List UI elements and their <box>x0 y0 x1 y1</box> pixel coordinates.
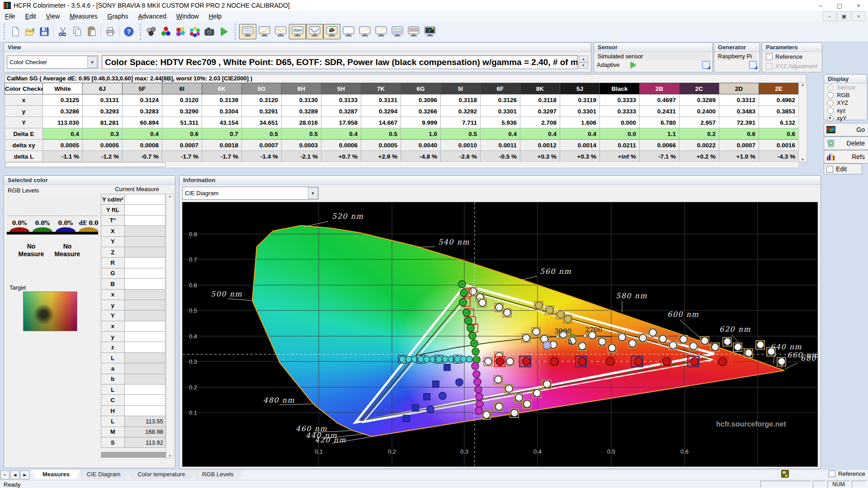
cell[interactable]: 0.3130 <box>282 94 321 106</box>
edit-checkbox[interactable] <box>826 166 833 173</box>
mdi-close-icon[interactable]: × <box>852 11 865 21</box>
cell[interactable]: 0.2400 <box>679 106 719 117</box>
cell[interactable]: -1.2 % <box>83 151 123 162</box>
tab-cie-diagram[interactable]: CIE Diagram <box>76 470 131 479</box>
cell[interactable]: 0.3294 <box>361 106 401 117</box>
cell[interactable]: 81.281 <box>83 117 123 128</box>
info-spinner[interactable]: ▲▼ <box>579 56 588 69</box>
menu-view[interactable]: View <box>41 11 65 22</box>
cell[interactable]: 0.3289 <box>679 94 719 106</box>
paste-button[interactable] <box>85 24 99 39</box>
cell[interactable]: 1.0 <box>401 128 441 140</box>
cell[interactable]: 0.0005 <box>361 140 401 151</box>
tab-next-icon[interactable]: ▶ <box>20 470 29 479</box>
cell[interactable]: 0.6 <box>759 128 799 140</box>
sensor-run-icon[interactable] <box>631 62 636 68</box>
cell[interactable]: 0.0211 <box>600 140 640 151</box>
delete-button[interactable]: Delete <box>824 136 868 150</box>
cell[interactable]: 14.667 <box>361 117 401 128</box>
cell[interactable]: 0.3304 <box>202 106 242 117</box>
cell[interactable]: 0.4697 <box>640 94 679 106</box>
mdi-restore-icon[interactable]: ▣ <box>837 11 851 21</box>
cell[interactable]: 1.1 <box>640 128 679 140</box>
cell[interactable]: 5.936 <box>481 117 520 128</box>
cell[interactable]: 0.3286 <box>43 106 83 117</box>
cell[interactable]: 72.391 <box>719 117 759 128</box>
radio-button[interactable] <box>827 92 834 99</box>
cell[interactable]: 17.958 <box>321 117 361 128</box>
cell[interactable]: -1.4 % <box>242 151 282 162</box>
reference-checkbox[interactable] <box>829 470 835 477</box>
display-option-xyy[interactable]: xyY <box>824 114 867 122</box>
cell[interactable]: 0.3118 <box>520 94 560 106</box>
view-rgb-button[interactable] <box>289 24 306 39</box>
cell[interactable]: 2.708 <box>520 117 560 128</box>
menu-advanced[interactable]: Advanced <box>133 11 171 22</box>
new-button[interactable] <box>8 24 23 39</box>
cell[interactable]: 0.0 <box>600 128 640 140</box>
display-option-rgb[interactable]: RGB <box>824 91 867 99</box>
cell[interactable]: 0.3125 <box>43 94 83 106</box>
cell[interactable]: 0.0014 <box>560 140 600 151</box>
cell[interactable]: 0.0040 <box>401 140 441 151</box>
cell[interactable]: -2.1 % <box>282 151 321 162</box>
cell[interactable]: -4.8 % <box>401 151 441 162</box>
cell[interactable]: 0.0003 <box>282 140 321 151</box>
radio-button[interactable] <box>827 115 834 122</box>
cell[interactable]: 0.3333 <box>600 94 640 106</box>
cell[interactable]: 2.957 <box>679 117 719 128</box>
view-stripes-button[interactable] <box>389 24 406 39</box>
cell[interactable]: 0.3853 <box>759 106 799 117</box>
cell[interactable]: 0.5 <box>282 128 321 140</box>
cell[interactable]: 0.3120 <box>162 94 202 106</box>
cell[interactable]: +1.0 % <box>719 151 759 162</box>
cell[interactable]: 0.3297 <box>520 106 560 117</box>
cell[interactable]: 6.780 <box>640 117 679 128</box>
cell[interactable]: -2.6 % <box>441 151 481 162</box>
cell[interactable]: 0.3333 <box>600 106 640 117</box>
cell[interactable]: 0.0010 <box>441 140 481 151</box>
cell[interactable]: 51.311 <box>162 117 202 128</box>
go-button[interactable]: Go <box>824 123 868 136</box>
copy-button[interactable] <box>70 24 85 39</box>
cell[interactable]: 7.711 <box>441 117 481 128</box>
cell[interactable]: 0.3287 <box>321 106 361 117</box>
cell[interactable]: 0.4 <box>520 128 560 140</box>
cell[interactable]: 0.3292 <box>441 106 481 117</box>
cell[interactable]: -0.5 % <box>481 151 520 162</box>
cell[interactable]: 0.0012 <box>520 140 560 151</box>
menu-graphs[interactable]: Graphs <box>103 11 133 22</box>
cell[interactable]: 0.4 <box>321 128 361 140</box>
table-vertical-scrollbar[interactable]: ▲▼ <box>798 82 807 162</box>
cell[interactable]: 0.4 <box>43 128 83 140</box>
tab-measures[interactable]: Measures <box>32 470 80 479</box>
cell[interactable]: 0.3120 <box>242 94 282 106</box>
cell[interactable]: 1.606 <box>560 117 600 128</box>
cell[interactable]: 113.030 <box>43 117 83 128</box>
menu-window[interactable]: Window <box>171 11 204 22</box>
cell[interactable]: 0.3139 <box>202 94 242 106</box>
cell[interactable]: 0.3118 <box>441 94 481 106</box>
tab-prev-icon[interactable]: ◀ <box>10 470 19 479</box>
cell[interactable]: -0.7 % <box>123 151 162 162</box>
cell[interactable]: 0.3124 <box>123 94 162 106</box>
cell[interactable]: 0.4962 <box>759 94 799 106</box>
menu-edit[interactable]: Edit <box>20 11 41 22</box>
print-button[interactable] <box>103 24 118 39</box>
cell[interactable]: -1.7 % <box>202 151 242 162</box>
cell[interactable]: 0.3301 <box>481 106 520 117</box>
cell[interactable]: -1.1 % <box>43 151 83 162</box>
cell[interactable]: 28.016 <box>282 117 321 128</box>
cell[interactable]: 34.651 <box>242 117 282 128</box>
view-curve3-button[interactable] <box>373 24 389 39</box>
cell[interactable]: 0.4 <box>481 128 520 140</box>
cell[interactable]: 0.0007 <box>162 140 202 151</box>
chevron-down-icon[interactable]: ▼ <box>87 56 97 68</box>
rgb-balls-button[interactable] <box>159 24 173 39</box>
maximize-icon[interactable]: ▢ <box>830 0 849 11</box>
cell[interactable]: 0.4 <box>560 128 600 140</box>
display-option-xyz[interactable]: XYZ <box>824 99 867 107</box>
sensor-balls-button[interactable] <box>144 24 159 39</box>
cell[interactable]: 0.3133 <box>321 94 361 106</box>
cell[interactable]: 0.0016 <box>759 140 799 151</box>
